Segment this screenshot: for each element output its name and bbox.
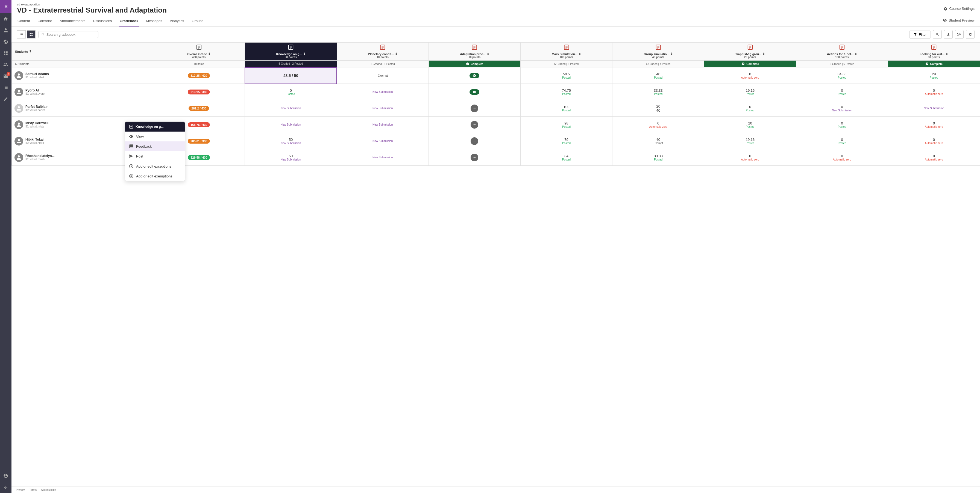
trappist-cell-misty[interactable]: 20 Posted: [704, 120, 796, 129]
knowledge-cell-samuel[interactable]: 48.5 / 50: [245, 67, 337, 84]
adaptation-cell-pyoro[interactable]: [429, 88, 520, 96]
mars-cell-hibiki[interactable]: 79 Posted: [520, 136, 612, 146]
sidebar-icon-home[interactable]: [0, 13, 11, 25]
tab-analytics[interactable]: Analytics: [169, 16, 185, 27]
actions-cell-misty[interactable]: 0 Posted: [796, 120, 888, 129]
close-button[interactable]: ✕: [0, 0, 11, 13]
planetary-cell-parfet[interactable]: New Submission: [337, 106, 428, 111]
tab-gradebook[interactable]: Gradebook: [119, 16, 139, 27]
trappist-col-header: Trappist-1g grou... ⇕ 20 points: [704, 43, 796, 60]
planetary-cell-misty[interactable]: New Submission: [337, 122, 428, 127]
actions-cell-rhosh[interactable]: 0 Automatic zero: [796, 153, 888, 162]
tab-content[interactable]: Content: [17, 16, 30, 27]
footer-terms[interactable]: Terms: [29, 488, 37, 491]
actions-cell-parfet[interactable]: 0 New Submission: [796, 104, 888, 113]
mars-cell-rhosh[interactable]: 84 Posted: [520, 153, 612, 162]
gradebook-wrapper[interactable]: Students ⇕ Overall Grade ⇕ 43: [11, 42, 980, 487]
knowledge-cell-misty[interactable]: New Submission: [245, 117, 337, 133]
actions-cell-samuel[interactable]: 84.66 Posted: [796, 71, 888, 80]
looking-cell-parfet[interactable]: New Submission: [888, 106, 980, 111]
trappist-cell-hibiki[interactable]: 19.16 Posted: [704, 136, 796, 146]
context-menu-exemptions[interactable]: Add or edit exemptions: [125, 171, 185, 181]
trappist-cell-rhosh[interactable]: 0 Automatic zero: [704, 153, 796, 162]
context-menu-exceptions[interactable]: Add or edit exceptions: [125, 161, 185, 171]
trappist-cell-pyoro[interactable]: 19.16 Posted: [704, 87, 796, 97]
group-sim-cell-rhosh[interactable]: 33.33 Posted: [612, 153, 704, 162]
trappist-cell-samuel[interactable]: 0 Automatic zero: [704, 71, 796, 80]
trappist-cell-parfet[interactable]: 0 Posted: [704, 104, 796, 113]
mars-cell-parfet[interactable]: 100 Posted: [520, 104, 612, 113]
context-menu-feedback[interactable]: Feedback: [125, 141, 185, 151]
footer-accessibility[interactable]: Accessibility: [41, 488, 56, 491]
sidebar-icon-person[interactable]: [0, 25, 11, 36]
student-preview-button[interactable]: Student Preview: [943, 18, 975, 25]
tab-announcements[interactable]: Announcements: [59, 16, 86, 27]
knowledge-cell-parfet[interactable]: New Submission: [245, 100, 337, 117]
group-sim-cell-misty[interactable]: 0 Automatic zero: [612, 120, 704, 129]
students-sort-icon[interactable]: ⇕: [29, 50, 32, 53]
looking-cell-samuel[interactable]: 29 Posted: [888, 71, 980, 80]
planetary-cell-samuel[interactable]: Exempt: [337, 73, 428, 79]
magnify-icon-btn[interactable]: [933, 30, 942, 39]
mars-cell-pyoro[interactable]: 74.75 Posted: [520, 87, 612, 97]
adaptation-cell-misty[interactable]: −: [429, 120, 520, 130]
export-icon-btn[interactable]: [944, 30, 953, 39]
overall-grade-samuel[interactable]: 312.25 / 420: [153, 72, 245, 79]
group-sim-cell-hibiki[interactable]: 40 Exempt: [612, 136, 704, 146]
sidebar-icon-edit[interactable]: [0, 94, 11, 105]
mars-cell-misty[interactable]: 98 Posted: [520, 120, 612, 129]
looking-cell-misty[interactable]: 0 Automatic zero: [888, 120, 980, 129]
sidebar-icon-mail[interactable]: 5: [0, 70, 11, 82]
settings-icon-btn[interactable]: [966, 30, 975, 39]
group-sim-cell-parfet[interactable]: 20 40: [612, 103, 704, 114]
sidebar-icon-person2[interactable]: [0, 470, 11, 482]
footer-privacy[interactable]: Privacy: [16, 488, 25, 491]
sidebar-icon-list[interactable]: [0, 82, 11, 94]
sidebar-icon-grid[interactable]: [0, 48, 11, 59]
course-settings-button[interactable]: Course Settings: [943, 6, 975, 11]
planetary-cell-rhosh[interactable]: New Submission: [337, 155, 428, 160]
auto-zero-icon-rhosh: −: [471, 154, 478, 161]
tab-messages[interactable]: Messages: [145, 16, 162, 27]
avatar-samuel: [14, 71, 23, 80]
group-sim-cell-samuel[interactable]: 40 Posted: [612, 71, 704, 80]
planetary-cell-hibiki[interactable]: New Submission: [337, 138, 428, 144]
filter-button[interactable]: Filter: [909, 30, 931, 38]
sidebar-icon-globe[interactable]: [0, 36, 11, 48]
looking-cell-hibiki[interactable]: 0 Automatic zero: [888, 136, 980, 146]
tab-discussions[interactable]: Discussions: [92, 16, 112, 27]
list-view-button[interactable]: [17, 30, 26, 38]
sidebar-icon-back[interactable]: [0, 482, 11, 493]
context-menu-view[interactable]: View: [125, 132, 185, 141]
tab-calendar[interactable]: Calendar: [37, 16, 53, 27]
import-icon-btn[interactable]: [955, 30, 964, 39]
student-id-misty: ID: vd.std.misty: [25, 125, 49, 128]
adaptation-cell-parfet[interactable]: −: [429, 103, 520, 113]
mars-cell-samuel[interactable]: 50.5 Posted: [520, 71, 612, 80]
search-box[interactable]: [38, 31, 99, 38]
knowledge-cell-rhosh[interactable]: 50 New Submission: [245, 149, 337, 166]
student-samuel[interactable]: Samuel Adams ID: vd.std.rabat: [12, 70, 153, 82]
student-parfet[interactable]: Parfet Balblair ID: vd.std.parfet: [12, 102, 153, 114]
overall-grade-parfet[interactable]: 281.2 / 430: [153, 105, 245, 112]
overall-grade-pyoro[interactable]: 213.95 / 380: [153, 89, 245, 95]
context-menu-post[interactable]: Post: [125, 151, 185, 161]
group-sim-cell-pyoro[interactable]: 33.33 Posted: [612, 87, 704, 97]
knowledge-cell-hibiki[interactable]: 50 New Submission: [245, 133, 337, 149]
knowledge-cell-pyoro[interactable]: 0 Posted: [245, 84, 337, 100]
adaptation-cell-hibiki[interactable]: −: [429, 136, 520, 146]
planetary-cell-pyoro[interactable]: New Submission: [337, 89, 428, 94]
looking-cell-pyoro[interactable]: 0 Automatic zero: [888, 87, 980, 97]
tab-groups[interactable]: Groups: [191, 16, 204, 27]
adaptation-cell-samuel[interactable]: [429, 72, 520, 79]
actions-cell-hibiki[interactable]: 0 Posted: [796, 136, 888, 146]
search-input[interactable]: [46, 32, 95, 36]
actions-cell-pyoro[interactable]: 0 Posted: [796, 87, 888, 97]
student-id-rhosh: ID: vd.std.rhosh: [25, 158, 55, 161]
grid-view-button[interactable]: [27, 30, 35, 38]
looking-cell-rhosh[interactable]: 0 Automatic zero: [888, 153, 980, 162]
student-pyoro[interactable]: Pyoro AI ID: vd.std.pyoro: [12, 86, 153, 98]
adaptation-cell-rhosh[interactable]: −: [429, 152, 520, 162]
student-name-pyoro: Pyoro AI: [25, 89, 45, 92]
sidebar-icon-users[interactable]: [0, 59, 11, 70]
